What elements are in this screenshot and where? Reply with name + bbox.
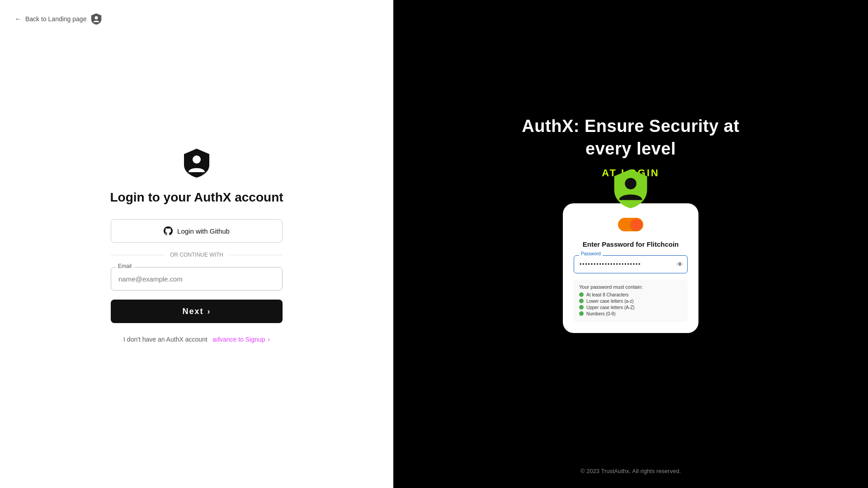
divider: OR CONTINUE WITH [111,252,283,258]
password-field-row: Password 👁 [574,255,688,273]
phone-card: Enter Password for Flitchcoin Password 👁… [563,203,698,333]
signup-prompt: I don't have an AuthX account advance to… [123,336,270,343]
req-item-0: At least 8 Characters [579,292,682,297]
req-dot-0 [579,292,584,297]
eye-icon[interactable]: 👁 [677,261,683,268]
authx-logo-small-icon [90,13,103,25]
github-icon [164,226,173,235]
phone-card-container: Enter Password for Flitchcoin Password 👁… [563,190,698,380]
req-item-3: Numbers (0-9) [579,311,682,316]
signup-link-label: advance to Signup [212,336,265,343]
password-requirements: Your password must contain: At least 8 C… [574,280,688,322]
shield-avatar-icon [608,167,653,212]
left-panel: ← Back to Landing page Login to your Aut… [0,0,393,488]
github-btn-label: Login with Github [177,227,230,235]
req-dot-3 [579,311,584,316]
req-label-1: Lower case letters (a-z) [586,299,633,304]
toggle-pill-inner [631,219,642,230]
back-to-landing-link[interactable]: ← Back to Landing page [0,0,393,38]
card-title: Enter Password for Flitchcoin [574,240,688,248]
no-account-text: I don't have an AuthX account [123,336,208,343]
email-label: Email [116,263,133,269]
svg-point-0 [95,16,98,19]
login-form-container: Login to your AuthX account Login with G… [0,2,393,488]
back-link-label: Back to Landing page [25,15,86,23]
toggle-pill[interactable] [618,218,643,231]
requirements-title: Your password must contain: [579,284,682,290]
divider-line-right [229,255,283,255]
req-item-1: Lower case letters (a-z) [579,299,682,304]
req-label-2: Upper case letters (A-Z) [586,305,635,310]
promo-title: AuthX: Ensure Security at every level [518,115,744,160]
copyright-text: © 2023 TrustAuthx. All rights reserved. [580,468,681,474]
toggle-row [574,218,688,231]
page-title: Login to your AuthX account [110,190,283,205]
req-dot-2 [579,305,584,310]
email-input[interactable] [111,267,283,291]
svg-point-1 [193,155,201,164]
req-label-3: Numbers (0-9) [586,311,615,316]
right-content: AuthX: Ensure Security at every level AT… [518,27,744,468]
authx-main-logo-icon [180,147,213,179]
divider-line-left [111,255,165,255]
divider-text: OR CONTINUE WITH [170,252,223,258]
next-chevron-icon: › [208,307,211,316]
signup-arrow-icon: › [268,336,270,343]
req-dot-1 [579,299,584,303]
signup-link[interactable]: advance to Signup [212,336,267,343]
password-field-label: Password [579,251,603,256]
next-button[interactable]: Next › [111,300,283,323]
back-arrow-icon: ← [14,15,22,23]
req-item-2: Upper case letters (A-Z) [579,305,682,310]
github-login-button[interactable]: Login with Github [111,219,283,243]
next-btn-label: Next [182,307,203,316]
email-field-wrapper: Email [111,267,283,291]
req-label-0: At least 8 Characters [586,292,628,297]
svg-point-2 [625,178,636,189]
password-input[interactable] [574,255,688,273]
right-panel: AuthX: Ensure Security at every level AT… [393,0,868,488]
